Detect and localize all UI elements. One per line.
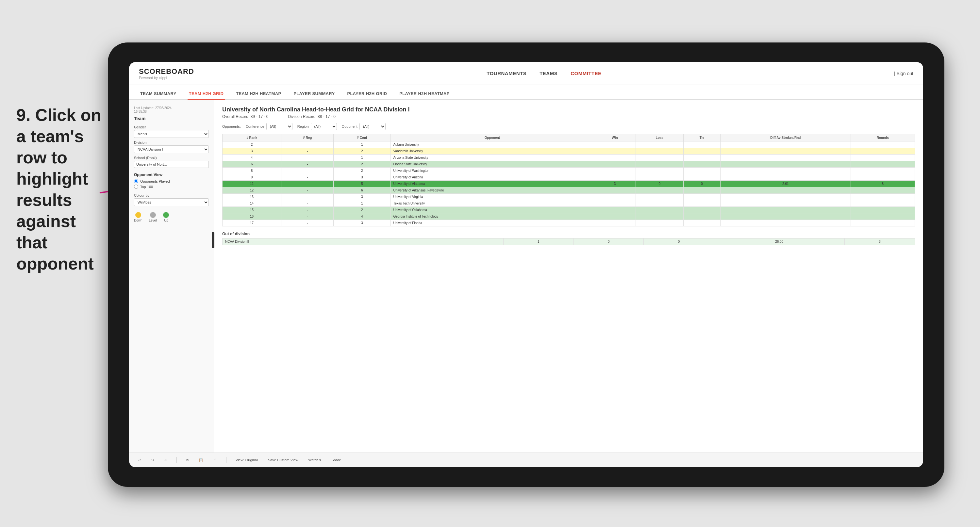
colour-down: Down bbox=[134, 212, 143, 222]
col-loss: Loss bbox=[636, 134, 683, 142]
colour-dot-down bbox=[135, 212, 141, 218]
tablet-screen: SCOREBOARD Powered by clippi TOURNAMENTS… bbox=[129, 62, 923, 467]
table-row[interactable]: 16-4Georgia Institute of Technology bbox=[223, 213, 915, 220]
conference-select[interactable]: (All) bbox=[266, 123, 293, 130]
school-label: School (Rank) bbox=[134, 156, 209, 160]
brand-subtitle: Powered by clippi bbox=[139, 76, 194, 80]
ood-rounds: 3 bbox=[845, 239, 915, 245]
brand-logo: SCOREBOARD Powered by clippi bbox=[139, 67, 194, 80]
opponents-label: Opponents: bbox=[222, 124, 241, 128]
colour-legend: Down Level Up bbox=[134, 212, 209, 222]
sidebar: Last Updated: 27/03/2024 16:55:38 Team G… bbox=[129, 100, 214, 452]
region-select[interactable]: (All) bbox=[311, 123, 337, 130]
time-btn[interactable]: ⏱ bbox=[211, 457, 220, 463]
conference-filter: Conference (All) bbox=[246, 123, 293, 130]
colour-label-down: Down bbox=[134, 218, 143, 222]
division-select[interactable]: NCAA Division I bbox=[134, 145, 209, 153]
table-row[interactable]: 14-1Texas Tech University bbox=[223, 200, 915, 207]
sidebar-team-label: Team bbox=[134, 116, 209, 121]
sign-out-link[interactable]: | Sign out bbox=[894, 71, 913, 76]
nav-tournaments[interactable]: TOURNAMENTS bbox=[487, 70, 527, 76]
tab-team-summary[interactable]: TEAM SUMMARY bbox=[139, 89, 178, 100]
table-row[interactable]: 12-6University of Arkansas, Fayetteville bbox=[223, 187, 915, 194]
colour-by-label: Colour by bbox=[134, 193, 209, 197]
table-row[interactable]: 9-3University of Arizona bbox=[223, 174, 915, 181]
table-row[interactable]: 11-5University of Alabama3002.618 bbox=[223, 181, 915, 187]
view-original-btn[interactable]: View: Original bbox=[233, 457, 261, 463]
opponent-select[interactable]: (All) bbox=[360, 123, 386, 130]
tablet-device: SCOREBOARD Powered by clippi TOURNAMENTS… bbox=[108, 43, 944, 487]
toolbar-sep2 bbox=[226, 457, 226, 463]
out-of-division-row[interactable]: NCAA Division II 1 0 0 26.00 3 bbox=[223, 239, 915, 245]
tab-team-h2h-grid[interactable]: TEAM H2H GRID bbox=[188, 89, 225, 100]
table-row[interactable]: 3-2Vanderbilt University bbox=[223, 148, 915, 154]
col-tie: Tie bbox=[683, 134, 720, 142]
copy-btn[interactable]: ⧉ bbox=[183, 457, 191, 463]
region-filter: Region (All) bbox=[298, 123, 337, 130]
colour-by-select[interactable]: Win/loss bbox=[134, 198, 209, 206]
division-record: Division Record: 88 - 17 - 0 bbox=[288, 115, 335, 119]
radio-top-100[interactable]: Top 100 bbox=[134, 185, 209, 189]
col-rounds: Rounds bbox=[851, 134, 915, 142]
paste-btn[interactable]: 📋 bbox=[196, 457, 206, 463]
ood-win: 1 bbox=[504, 239, 574, 245]
nav-teams[interactable]: TEAMS bbox=[539, 70, 557, 76]
table-row[interactable]: 17-3University of Florida bbox=[223, 220, 915, 226]
gender-label: Gender bbox=[134, 125, 209, 129]
opponent-filter: Opponent (All) bbox=[342, 123, 386, 130]
colour-dot-up bbox=[163, 212, 169, 218]
bottom-toolbar: ↩ ↪ ↩ ⧉ 📋 ⏱ View: Original Save Custom V… bbox=[129, 452, 923, 467]
filters-row: Opponents: Conference (All) Region (All) bbox=[222, 123, 915, 130]
tab-player-h2h-grid[interactable]: PLAYER H2H GRID bbox=[346, 89, 388, 100]
conference-label: Conference bbox=[246, 124, 264, 128]
tablet-side-button bbox=[212, 232, 214, 248]
ood-diff: 26.00 bbox=[714, 239, 845, 245]
gender-select[interactable]: Men's bbox=[134, 130, 209, 138]
tab-team-h2h-heatmap[interactable]: TEAM H2H HEATMAP bbox=[235, 89, 282, 100]
share-btn[interactable]: Share bbox=[329, 457, 344, 463]
grid-title: University of North Carolina Head-to-Hea… bbox=[222, 106, 915, 113]
table-header-row: # Rank # Reg # Conf Opponent Win Loss Ti… bbox=[223, 134, 915, 142]
ood-loss: 0 bbox=[573, 239, 644, 245]
opponents-filter: Opponents: bbox=[222, 124, 241, 128]
main-content: Last Updated: 27/03/2024 16:55:38 Team G… bbox=[129, 100, 923, 452]
tab-player-summary[interactable]: PLAYER SUMMARY bbox=[292, 89, 336, 100]
sub-nav: TEAM SUMMARY TEAM H2H GRID TEAM H2H HEAT… bbox=[129, 85, 923, 100]
col-rank: # Rank bbox=[223, 134, 282, 142]
nav-links: TOURNAMENTS TEAMS COMMITTEE bbox=[487, 70, 601, 76]
table-row[interactable]: 6-2Florida State University bbox=[223, 161, 915, 167]
table-row[interactable]: 15-2University of Oklahoma bbox=[223, 207, 915, 213]
last-updated-text: Last Updated: 27/03/2024 16:55:38 bbox=[134, 106, 209, 113]
undo2-btn[interactable]: ↩ bbox=[162, 457, 170, 463]
table-row[interactable]: 13-3University of Virginia bbox=[223, 194, 915, 200]
school-value[interactable]: University of Nort... bbox=[134, 161, 209, 168]
watch-btn[interactable]: Watch ▾ bbox=[305, 457, 324, 463]
radio-group: Opponents Played Top 100 bbox=[134, 179, 209, 189]
brand-title: SCOREBOARD bbox=[139, 67, 194, 76]
colour-label-up: Up bbox=[164, 218, 168, 222]
col-conf: # Conf bbox=[334, 134, 390, 142]
col-reg: # Reg bbox=[282, 134, 334, 142]
instruction-text: 9. Click on a team's row to highlight re… bbox=[16, 105, 108, 274]
colour-up: Up bbox=[163, 212, 169, 222]
out-of-division-table: NCAA Division II 1 0 0 26.00 3 bbox=[222, 238, 915, 245]
overall-record: Overall Record: 89 - 17 - 0 bbox=[222, 115, 268, 119]
colour-level: Level bbox=[149, 212, 157, 222]
nav-committee[interactable]: COMMITTEE bbox=[571, 70, 601, 76]
col-win: Win bbox=[594, 134, 636, 142]
redo-btn[interactable]: ↪ bbox=[149, 457, 157, 463]
table-row[interactable]: 8-2University of Washington bbox=[223, 167, 915, 174]
top-nav: SCOREBOARD Powered by clippi TOURNAMENTS… bbox=[129, 62, 923, 85]
undo-btn[interactable]: ↩ bbox=[135, 457, 144, 463]
table-header: University of North Carolina Head-to-Hea… bbox=[222, 106, 915, 119]
region-label: Region bbox=[298, 124, 309, 128]
radio-opponents-played[interactable]: Opponents Played bbox=[134, 179, 209, 183]
opponent-label: Opponent bbox=[342, 124, 358, 128]
table-row[interactable]: 4-1Arizona State University bbox=[223, 154, 915, 161]
records-row: Overall Record: 89 - 17 - 0 Division Rec… bbox=[222, 115, 915, 119]
table-row[interactable]: 2-1Auburn University bbox=[223, 142, 915, 148]
out-of-division-label: Out of division bbox=[222, 232, 915, 236]
toolbar-sep1 bbox=[177, 457, 177, 463]
save-custom-btn[interactable]: Save Custom View bbox=[265, 457, 301, 463]
tab-player-h2h-heatmap[interactable]: PLAYER H2H HEATMAP bbox=[398, 89, 450, 100]
